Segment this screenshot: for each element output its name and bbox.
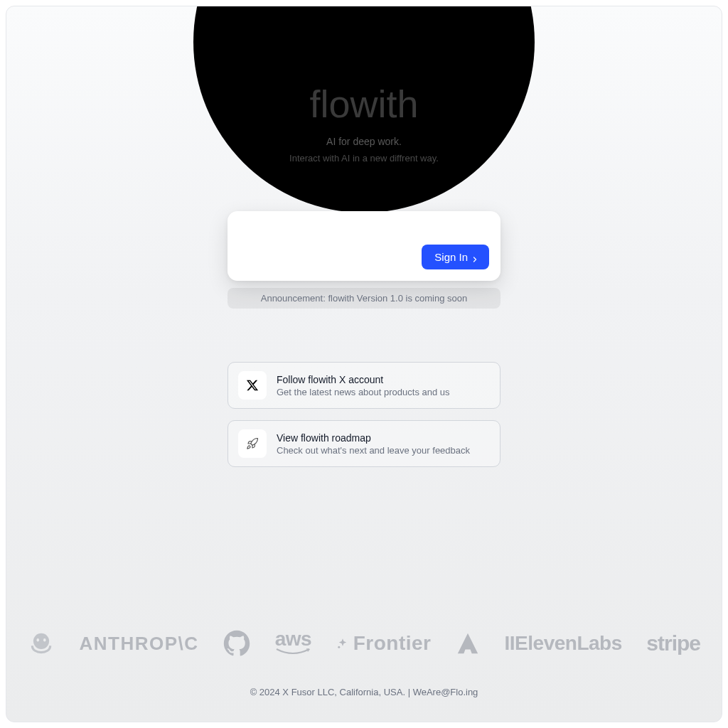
svg-point-2 (43, 638, 46, 641)
svg-point-3 (338, 646, 340, 648)
rocket-icon (238, 429, 267, 458)
sign-in-card: Sign In (228, 211, 500, 281)
hero-title: flowith (193, 85, 535, 123)
hero-subtitle-2: Interact with AI in a new diffrent way. (193, 153, 535, 164)
announcement-text: Announcement: flowith Version 1.0 is com… (261, 293, 468, 304)
card-subtitle: Check out what's next and leave your fee… (277, 445, 490, 456)
announcement-banner: Announcement: flowith Version 1.0 is com… (228, 288, 500, 309)
frontier-logo: Frontier (336, 632, 432, 655)
partner-logos: ANTHROP\C aws Frontier IIElevenLabs stri… (6, 630, 722, 658)
mascot-icon (28, 630, 55, 657)
a-block-icon (456, 631, 480, 655)
hero-circle: flowith AI for deep work. Interact with … (193, 6, 535, 213)
hero-subtitle-1: AI for deep work. (193, 136, 535, 147)
footer-text: © 2024 X Fusor LLC, California, USA. | W… (250, 687, 478, 697)
github-icon (223, 630, 250, 657)
app-frame: flowith AI for deep work. Interact with … (6, 6, 722, 722)
info-cards: Follow flowith X account Get the latest … (228, 362, 500, 467)
card-title: View flowith roadmap (277, 432, 490, 444)
chevron-right-icon (471, 254, 479, 262)
anthropic-logo: ANTHROP\C (80, 633, 199, 655)
footer: © 2024 X Fusor LLC, California, USA. | W… (6, 687, 722, 697)
sign-in-button[interactable]: Sign In (422, 245, 489, 269)
card-follow-x[interactable]: Follow flowith X account Get the latest … (228, 362, 500, 409)
svg-point-1 (37, 638, 39, 641)
stripe-logo: stripe (646, 631, 700, 655)
aws-logo: aws (275, 630, 311, 658)
x-icon (238, 371, 267, 400)
svg-point-0 (33, 633, 49, 649)
elevenlabs-logo: IIElevenLabs (505, 632, 622, 655)
card-title: Follow flowith X account (277, 374, 490, 385)
card-roadmap[interactable]: View flowith roadmap Check out what's ne… (228, 420, 500, 467)
sign-in-label: Sign In (434, 251, 468, 263)
card-subtitle: Get the latest news about products and u… (277, 387, 490, 397)
